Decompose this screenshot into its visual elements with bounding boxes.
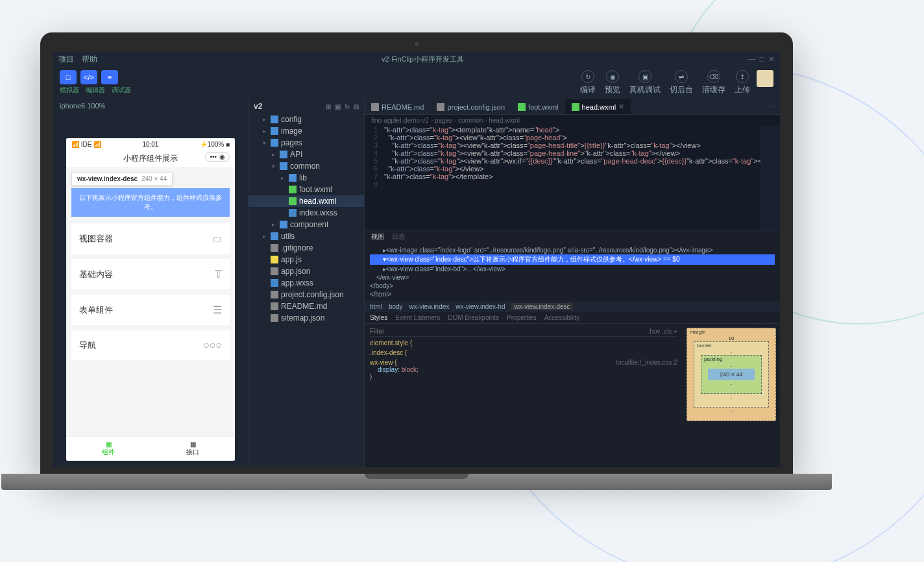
devtab-log[interactable]: 日志 [392, 232, 405, 241]
label-debugger: 调试器 [112, 86, 131, 95]
tree-node[interactable]: ▸API [249, 149, 364, 160]
tree-node[interactable]: ▸lib [249, 172, 364, 184]
editor-tab[interactable]: README.md [365, 99, 430, 114]
tree-node[interactable]: project.config.json [249, 289, 364, 300]
devtab-view[interactable]: 视图 [371, 232, 384, 241]
style-filter-input[interactable] [370, 328, 648, 335]
wxml-icon [572, 103, 579, 111]
editor-tab[interactable]: foot.wxml [511, 99, 565, 114]
style-tab[interactable]: Event Listeners [395, 314, 440, 321]
avatar[interactable] [757, 70, 773, 87]
tree-node[interactable]: .gitignore [249, 242, 364, 254]
tree-node[interactable]: ▸image [249, 125, 364, 137]
device-label: iphone6 100% [53, 99, 248, 112]
dom-crumb-item[interactable]: wx-view.index-desc [511, 303, 572, 310]
refresh-icon[interactable]: ↻ [345, 103, 350, 110]
breadcrumb[interactable]: fino-applet-demo-v2pagescommonhead.wxml [365, 115, 780, 126]
style-rules[interactable]: :hov .cls + element.style {.index-desc {… [365, 324, 683, 467]
code-editor[interactable]: 1"k-attr">class="k-tag"><template "k-att… [365, 126, 780, 230]
action-预览[interactable]: ◉预览 [605, 70, 620, 95]
action-真机调试[interactable]: ▣真机调试 [629, 70, 661, 95]
style-tab[interactable]: Properties [507, 314, 537, 321]
project-root[interactable]: v2 [254, 102, 262, 111]
editor-tab[interactable]: head.wxml✕ [565, 99, 631, 114]
wxss-icon [289, 209, 297, 217]
titlebar: 项目 帮助 v2-FinClip小程序开发工具 — □ ✕ [53, 52, 780, 66]
dom-crumb-item[interactable]: body [389, 303, 403, 310]
phone-frame: 📶 IDE 📶 10:01 ⚡100% ■ 小程序组件展示 •••◉ wx-vi… [66, 138, 235, 461]
new-folder-icon[interactable]: ▣ [335, 103, 341, 110]
action-切后台[interactable]: ⇄切后台 [670, 70, 693, 95]
tree-node[interactable]: sitemap.json [249, 312, 364, 324]
folder-icon [271, 232, 278, 240]
list-item[interactable]: 视图容器▭ [71, 223, 230, 254]
tree-node[interactable]: ▸config [249, 114, 364, 125]
camera-dot [415, 42, 419, 46]
dom-crumb-item[interactable]: wx-view.index [409, 303, 450, 310]
phone-tab[interactable]: ▦接口 [151, 437, 235, 461]
laptop-base [1, 474, 832, 490]
tree-node[interactable]: ▸utils [249, 230, 364, 242]
folder-icon [271, 139, 278, 147]
tree-node[interactable]: ▾common [249, 160, 364, 172]
list-item[interactable]: 表单组件☰ [71, 295, 230, 325]
style-tab[interactable]: DOM Breakpoints [448, 314, 499, 321]
minimize-icon[interactable]: — [748, 55, 756, 64]
json-icon [271, 267, 278, 275]
tree-node[interactable]: app.js [249, 254, 364, 265]
dom-tree[interactable]: ▸<wx-image class="index-logo" src="../re… [365, 243, 780, 301]
tree-node[interactable]: ▸component [249, 219, 364, 230]
menu-project[interactable]: 项目 [58, 54, 74, 65]
style-filter-actions[interactable]: :hov .cls + [648, 328, 677, 335]
folder-icon [271, 127, 278, 135]
window-title: v2-FinClip小程序开发工具 [97, 55, 748, 64]
toggle-debugger[interactable]: ≡ [101, 70, 118, 84]
new-file-icon[interactable]: ⊞ [326, 103, 331, 110]
json-icon [271, 291, 278, 299]
file-icon [271, 244, 278, 252]
editor-tab[interactable]: project.config.json [430, 99, 511, 114]
collapse-icon[interactable]: ⊟ [354, 103, 359, 110]
tree-node[interactable]: README.md [249, 300, 364, 312]
toolbar: □ </> ≡ 模拟器 编辑器 调试器 ↻编译◉预览▣真机调试⇄切后台⌫清缓存↥… [53, 66, 780, 99]
tree-node[interactable]: ▾pages [249, 137, 364, 149]
tabs-more-icon[interactable]: ⋯ [762, 99, 780, 114]
tree-node[interactable]: app.json [249, 265, 364, 277]
file-explorer: v2 ⊞ ▣ ↻ ⊟ ▸config▸image▾pages▸API▾commo… [248, 99, 365, 467]
inspected-element[interactable]: 以下将展示小程序官方组件能力，组件样式仅供参考。 [71, 188, 230, 217]
list-item[interactable]: 基础内容𝕋 [71, 259, 230, 289]
action-编译[interactable]: ↻编译 [580, 70, 596, 95]
action-上传[interactable]: ↥上传 [735, 70, 750, 95]
tree-node[interactable]: foot.wxml [249, 184, 364, 195]
folder-icon [271, 116, 278, 123]
box-model[interactable]: margin 10 border - padding - 240 × 44 - [683, 324, 780, 467]
close-tab-icon[interactable]: ✕ [618, 103, 624, 111]
tree-node[interactable]: head.wxml [249, 195, 364, 207]
tree-node[interactable]: app.wxss [249, 277, 364, 289]
action-清缓存[interactable]: ⌫清缓存 [702, 70, 725, 95]
style-tab[interactable]: Styles [370, 314, 387, 321]
wxml-icon [289, 197, 297, 205]
toggle-editor[interactable]: </> [80, 70, 97, 84]
phone-tab[interactable]: ▦组件 [66, 437, 151, 461]
maximize-icon[interactable]: □ [760, 55, 764, 64]
minimap[interactable] [760, 126, 780, 230]
dom-crumb-item[interactable]: html [370, 303, 382, 310]
menu-help[interactable]: 帮助 [82, 54, 97, 65]
style-tabs: StylesEvent ListenersDOM BreakpointsProp… [365, 312, 780, 324]
close-icon[interactable]: ✕ [768, 55, 775, 64]
json-icon [271, 314, 278, 322]
ide-app: 项目 帮助 v2-FinClip小程序开发工具 — □ ✕ □ </> ≡ 模拟… [53, 52, 780, 467]
miniapp-title: 小程序组件展示 [123, 154, 178, 163]
style-tab[interactable]: Accessibility [544, 314, 579, 321]
wxss-icon [271, 279, 278, 287]
simulator-panel: iphone6 100% 📶 IDE 📶 10:01 ⚡100% ■ 小程序组件… [53, 99, 248, 467]
dom-breadcrumb[interactable]: htmlbodywx-view.indexwx-view.index-hdwx-… [365, 301, 780, 312]
list-item[interactable]: 导航○○○ [71, 330, 230, 360]
dom-crumb-item[interactable]: wx-view.index-hd [456, 303, 505, 310]
toggle-simulator[interactable]: □ [60, 70, 77, 84]
capsule-button[interactable]: •••◉ [205, 152, 230, 162]
folder-icon [280, 151, 287, 158]
laptop-frame: 项目 帮助 v2-FinClip小程序开发工具 — □ ✕ □ </> ≡ 模拟… [40, 32, 793, 490]
tree-node[interactable]: index.wxss [249, 207, 364, 219]
